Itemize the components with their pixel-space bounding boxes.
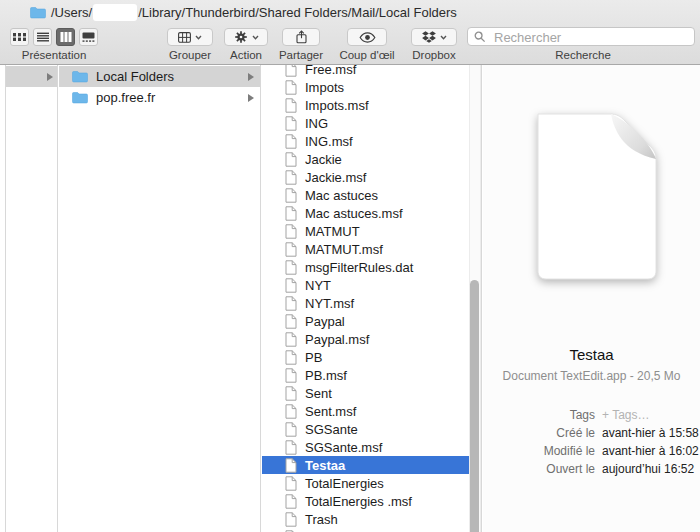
file-row[interactable]: MATMUT	[262, 222, 481, 240]
dropbox-button[interactable]	[411, 28, 457, 46]
folder-name: pop.free.fr	[96, 90, 155, 105]
group-button[interactable]	[167, 28, 213, 46]
dropbox-icon	[422, 31, 436, 43]
file-list: Free.msf Impots Impots.msf ING ING.msf J…	[262, 65, 481, 532]
chevron-down-icon	[252, 35, 259, 40]
document-icon	[285, 404, 297, 419]
scrollbar-thumb[interactable]	[470, 280, 479, 532]
file-row[interactable]: Testaa	[262, 456, 474, 474]
path-prefix: /Users/	[51, 5, 92, 20]
action-button-label: Action	[230, 49, 262, 61]
group-icon	[178, 32, 191, 43]
document-icon	[285, 422, 297, 437]
document-icon	[285, 440, 297, 455]
file-row[interactable]	[262, 528, 481, 532]
file-name: Jackie	[305, 152, 342, 167]
dropbox-button-label: Dropbox	[412, 49, 455, 61]
file-name: Impots	[305, 80, 344, 95]
file-name: ING	[305, 116, 328, 131]
file-row[interactable]: Mac astuces	[262, 186, 481, 204]
folders-column: Local Folders pop.free.fr	[59, 66, 260, 532]
file-name: SGSante	[305, 422, 358, 437]
share-button[interactable]	[282, 28, 320, 46]
chevron-down-icon	[195, 35, 202, 40]
folder-icon	[72, 70, 88, 83]
file-row[interactable]: ING.msf	[262, 132, 481, 150]
parent-column-selected-row[interactable]	[6, 66, 57, 87]
file-row[interactable]: Free.msf	[262, 65, 481, 78]
chevron-right-icon	[47, 73, 53, 81]
file-name: SGSante.msf	[305, 440, 382, 455]
document-icon	[285, 458, 297, 473]
file-row[interactable]: TotalEnergies .msf	[262, 492, 481, 510]
file-row[interactable]: TotalEnergies	[262, 474, 481, 492]
file-row[interactable]: msgFilterRules.dat	[262, 258, 481, 276]
document-icon	[285, 134, 297, 149]
file-row[interactable]: Trash	[262, 510, 481, 528]
metadata-value: aujourd’hui 16:52	[602, 463, 699, 476]
file-name: msgFilterRules.dat	[305, 260, 413, 275]
finder-window: /Users/ /Library/Thunderbird/Shared Fold…	[0, 0, 700, 532]
file-row[interactable]: SGSante.msf	[262, 438, 481, 456]
document-icon	[285, 332, 297, 347]
add-tags-field[interactable]: + Tags…	[602, 409, 699, 422]
list-view-button[interactable]	[33, 28, 52, 46]
search-icon	[474, 31, 486, 43]
file-row[interactable]: Paypal	[262, 312, 481, 330]
preview-pane: Testaa Document TextEdit.app - 20,5 Mo T…	[483, 65, 700, 532]
metadata-label: Ouvert le	[483, 463, 595, 476]
file-row[interactable]: Mac astuces.msf	[262, 204, 481, 222]
metadata-value: avant-hier à 15:58	[602, 427, 699, 440]
column-divider[interactable]	[5, 65, 6, 532]
folder-row[interactable]: pop.free.fr	[59, 87, 260, 108]
quicklook-button[interactable]	[347, 28, 387, 46]
file-row[interactable]: Sent	[262, 384, 481, 402]
action-button[interactable]	[224, 28, 268, 46]
gallery-view-button[interactable]	[79, 28, 98, 46]
folder-row[interactable]: Local Folders	[59, 66, 260, 87]
file-name: Impots.msf	[305, 98, 369, 113]
list-view-icon	[37, 32, 49, 42]
file-name: Paypal	[305, 314, 345, 329]
file-row[interactable]: MATMUT.msf	[262, 240, 481, 258]
search-label: Recherche	[555, 49, 611, 61]
file-row[interactable]: Sent.msf	[262, 402, 481, 420]
document-icon	[285, 314, 297, 329]
document-icon	[285, 242, 297, 257]
folder-icon	[30, 6, 46, 19]
file-row[interactable]: NYT	[262, 276, 481, 294]
column-view-button[interactable]	[56, 28, 75, 46]
file-row[interactable]: Impots	[262, 78, 481, 96]
eye-icon	[359, 32, 376, 43]
file-name: MATMUT.msf	[305, 242, 383, 257]
file-name: Sent.msf	[305, 404, 356, 419]
search-input[interactable]	[492, 28, 692, 47]
file-row[interactable]: SGSante	[262, 420, 481, 438]
file-row[interactable]: PB	[262, 348, 481, 366]
document-icon	[285, 278, 297, 293]
document-icon	[285, 260, 297, 275]
file-row[interactable]: ING	[262, 114, 481, 132]
column-divider[interactable]	[260, 65, 261, 532]
path-suffix: /Library/Thunderbird/Shared Folders/Mail…	[138, 5, 457, 20]
document-icon	[285, 350, 297, 365]
file-name: Trash	[305, 512, 338, 527]
column-divider[interactable]	[481, 65, 482, 532]
metadata-label: Tags	[483, 409, 595, 422]
file-row[interactable]: Impots.msf	[262, 96, 481, 114]
file-row[interactable]: Paypal.msf	[262, 330, 481, 348]
search-field[interactable]	[467, 27, 695, 46]
document-icon	[285, 512, 297, 527]
document-icon	[285, 170, 297, 185]
chevron-right-icon	[248, 73, 254, 81]
icon-view-button[interactable]	[10, 28, 29, 46]
file-row[interactable]: Jackie	[262, 150, 481, 168]
file-name: Testaa	[305, 458, 345, 473]
file-row[interactable]: PB.msf	[262, 366, 481, 384]
file-row[interactable]: Jackie.msf	[262, 168, 481, 186]
document-icon	[285, 206, 297, 221]
group-button-label: Grouper	[169, 49, 211, 61]
column-divider[interactable]	[57, 65, 58, 532]
file-row[interactable]: NYT.msf	[262, 294, 481, 312]
document-icon	[285, 386, 297, 401]
